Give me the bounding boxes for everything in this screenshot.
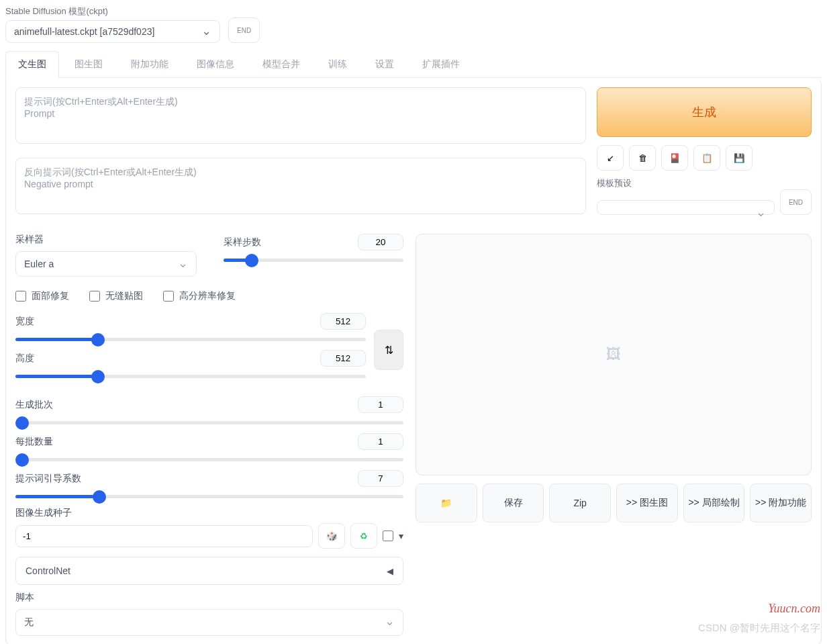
steps-input[interactable] [358,234,403,250]
batch-size-label: 每批数量 [15,436,53,448]
width-slider[interactable] [15,338,366,341]
generate-button[interactable]: 生成 [597,87,812,137]
seed-input[interactable] [15,525,313,547]
steps-label: 采样步数 [224,236,261,248]
main-tabs: 文生图 图生图 附加功能 图像信息 模型合并 训练 设置 扩展插件 [5,51,822,78]
send-inpaint-button[interactable]: >> 局部绘制 [683,484,745,522]
cfg-slider[interactable] [15,495,403,498]
random-seed-button[interactable]: 🎲 [318,523,345,549]
save-button[interactable]: 保存 [483,484,544,522]
send-img2img-button[interactable]: >> 图生图 [616,484,678,522]
height-label: 高度 [15,353,34,365]
script-label: 脚本 [15,592,403,604]
tab-extensions[interactable]: 扩展插件 [409,51,473,78]
prompt-input[interactable] [15,87,586,144]
seed-label: 图像生成种子 [15,507,72,518]
clear-button[interactable]: 🗑 [629,145,656,171]
cfg-label: 提示词引导系数 [15,473,81,485]
open-folder-button[interactable]: 📁 [416,484,477,522]
script-dropdown[interactable]: 无 [15,609,403,636]
swap-dimensions-button[interactable]: ⇅ [374,330,403,370]
tiling-checkbox[interactable]: 无缝贴图 [89,290,143,302]
save-style-button[interactable]: 💾 [726,145,752,171]
tab-img2img[interactable]: 图生图 [62,51,115,78]
batch-count-slider[interactable] [15,421,403,424]
batch-size-slider[interactable] [15,458,403,461]
height-input[interactable] [320,350,366,367]
batch-size-input[interactable] [358,433,403,450]
model-value: animefull-latest.ckpt [a7529df023] [14,26,154,37]
negative-prompt-input[interactable] [15,158,586,214]
tab-settings[interactable]: 设置 [362,51,407,78]
tab-extras[interactable]: 附加功能 [118,51,181,78]
accordion-arrow-icon: ◀ [387,566,393,576]
model-refresh-button[interactable]: END [228,17,260,43]
sampler-label: 采样器 [15,234,197,246]
preset-label: 模板预设 [597,178,632,188]
paste-button[interactable]: 📋 [693,145,720,171]
hires-checkbox[interactable]: 高分辨率修复 [163,290,236,302]
sampler-dropdown[interactable]: Euler a [15,251,197,277]
seed-extra-checkbox[interactable] [383,531,393,541]
batch-count-input[interactable] [358,396,403,413]
image-placeholder-icon: 🖼 [606,346,621,363]
output-preview: 🖼 [416,234,812,475]
model-dropdown[interactable]: animefull-latest.ckpt [a7529df023] [5,20,220,43]
watermark-csdn: CSDN @暂时先用这个名字 [698,622,820,635]
width-label: 宽度 [15,316,34,328]
tab-txt2img[interactable]: 文生图 [5,51,59,78]
steps-slider[interactable] [224,259,403,262]
tab-pnginfo[interactable]: 图像信息 [184,51,247,78]
height-slider[interactable] [15,375,366,378]
seed-extra-arrow[interactable]: ▾ [399,531,403,541]
controlnet-label: ControlNet [26,565,70,576]
face-restore-checkbox[interactable]: 面部修复 [15,290,69,302]
preset-dropdown[interactable] [597,200,775,215]
batch-count-label: 生成批次 [15,399,53,411]
reuse-seed-button[interactable]: ♻ [350,523,377,549]
controlnet-accordion[interactable]: ControlNet ◀ [15,557,403,585]
model-label: Stable Diffusion 模型(ckpt) [5,5,220,17]
interrogate-button[interactable]: ↙ [597,145,624,171]
zip-button[interactable]: Zip [549,484,611,522]
tab-merge[interactable]: 模型合并 [250,51,313,78]
watermark-yuucn: Yuucn.com [768,602,820,616]
tab-train[interactable]: 训练 [315,51,360,78]
styles-button[interactable]: 🎴 [661,145,688,171]
send-extras-button[interactable]: >> 附加功能 [750,484,812,522]
width-input[interactable] [320,313,366,330]
preset-apply-button[interactable]: END [780,189,812,215]
cfg-input[interactable] [358,470,403,487]
